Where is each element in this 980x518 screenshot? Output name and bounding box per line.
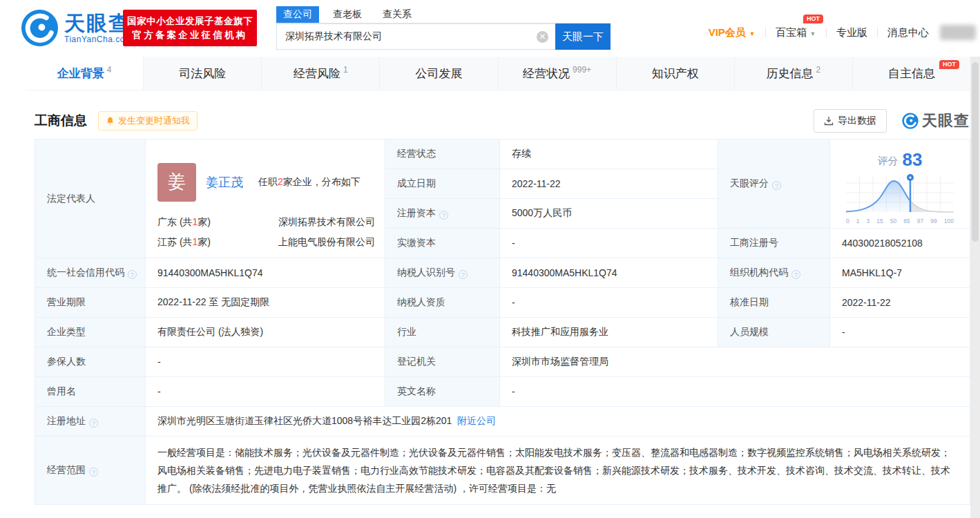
tab-history-info[interactable]: 历史信息2 <box>734 57 852 90</box>
field-value-taxpayer-id: 91440300MA5HKL1Q74 <box>500 258 718 288</box>
page-header: 天眼查 TianYanCha.com 国家中小企业发展子基金旗下 官方备案企业征… <box>0 0 980 57</box>
search-button[interactable]: 天眼一下 <box>555 23 611 50</box>
score-axis-labels: 0131550859799100 <box>846 218 954 224</box>
tab-operation-risk[interactable]: 经营风险1 <box>261 57 379 90</box>
brand-name: 天眼查 <box>64 12 132 35</box>
tab-company-development[interactable]: 公司发展 <box>379 57 497 90</box>
field-label-staff-size: 人员规模 <box>718 318 830 347</box>
search-tab-boss[interactable]: 查老板 <box>326 6 369 23</box>
search-tabs: 查公司 查老板 查关系 <box>276 6 611 23</box>
hot-badge: HOT <box>803 15 823 23</box>
field-value-established: 2022-11-22 <box>500 169 718 199</box>
field-value-reg-number: 440300218052108 <box>830 229 970 258</box>
download-icon <box>824 116 834 126</box>
divider <box>765 28 766 37</box>
tianyancha-watermark-icon <box>902 113 919 129</box>
search-tab-company[interactable]: 查公司 <box>276 6 319 23</box>
legal-rep-name-link[interactable]: 姜正茂 <box>206 174 243 191</box>
list-item: 江苏 (共1家) 上能电气股份有限公司 <box>157 233 375 253</box>
field-value-insured: - <box>146 347 385 377</box>
nav-pro[interactable]: 专业版 <box>836 26 867 39</box>
help-icon[interactable]: ? <box>89 468 98 477</box>
field-label-address: 注册地址? <box>35 407 146 437</box>
field-value-scope: 一般经营项目是：储能技术服务；光伏设备及元器件制造；光伏设备及元器件销售；太阳能… <box>146 437 970 505</box>
nav-vip[interactable]: VIP会员 ▼ <box>709 26 756 39</box>
field-label-company-type: 企业类型 <box>35 318 146 347</box>
tianyancha-logo[interactable]: 天眼查 TianYanCha.com <box>21 9 132 47</box>
page-scrollbar[interactable] <box>970 57 980 518</box>
field-label-taxpayer-id: 纳税人识别号? <box>385 258 500 288</box>
field-label-legal-rep: 法定代表人 <box>35 140 146 258</box>
field-label-registry: 登记机关 <box>385 347 500 377</box>
user-avatar-blurred[interactable] <box>940 25 976 40</box>
field-value-english-name: - <box>500 377 970 407</box>
field-label-paid-capital: 实缴资本 <box>385 229 500 258</box>
avatar[interactable]: 姜 <box>157 163 196 202</box>
field-value-org-code: MA5HKL1Q-7 <box>830 258 970 288</box>
legal-rep-note: 任职2家企业，分布如下 <box>258 176 361 189</box>
field-value-address: 深圳市光明区玉塘街道玉律社区光侨大道1008号裕丰达工业园2栋201 附近公司 <box>146 407 970 437</box>
field-value-company-type: 有限责任公司 (法人独资) <box>146 318 385 347</box>
field-label-approval-date: 核准日期 <box>718 288 830 318</box>
tab-judicial-risk[interactable]: 司法风险 <box>143 57 261 90</box>
notify-on-change-button[interactable]: 发生变更时通知我 <box>98 111 198 131</box>
help-icon[interactable]: ? <box>459 270 468 279</box>
field-label-former-name: 曾用名 <box>35 377 146 407</box>
field-label-insured: 参保人数 <box>35 347 146 377</box>
search-tab-relation[interactable]: 查关系 <box>376 6 419 23</box>
export-data-button[interactable]: 导出数据 <box>814 109 887 133</box>
tab-company-background[interactable]: 企业背景4 <box>26 57 143 90</box>
field-value-former-name: - <box>146 377 385 407</box>
field-label-score: 天眼评分? <box>718 140 830 229</box>
list-item: 广东 (共1家) 深圳拓界技术有限公司 <box>157 213 375 233</box>
field-label-org-code: 组织机构代码? <box>718 258 830 288</box>
gov-certification-badge: 国家中小企业发展子基金旗下 官方备案企业征信机构 <box>123 10 257 46</box>
company-tab-bar: 企业背景4 司法风险 经营风险1 公司发展 经营状况999+ 知识产权 历史信息… <box>26 57 970 90</box>
divider <box>877 28 878 37</box>
tab-operation-status[interactable]: 经营状况999+ <box>498 57 616 90</box>
tianyancha-watermark: 天眼查 <box>902 111 970 131</box>
field-label-industry: 行业 <box>385 318 500 347</box>
field-value-reg-capital: 5000万人民币 <box>500 199 718 229</box>
nav-toolbox[interactable]: 百宝箱 ▼ HOT <box>776 26 816 39</box>
field-value-registry: 深圳市市场监督管理局 <box>500 347 970 377</box>
field-value-paid-capital: - <box>500 229 718 258</box>
field-value-approval-date: 2022-11-22 <box>830 288 970 318</box>
field-value-taxpayer-quality: - <box>500 288 718 318</box>
field-value-industry: 科技推广和应用服务业 <box>500 318 718 347</box>
score-distribution-chart <box>846 172 954 216</box>
field-label-credit-code: 统一社会信用代码? <box>35 258 146 288</box>
tab-self-info[interactable]: 自主信息HOT <box>852 57 970 90</box>
top-nav: VIP会员 ▼ 百宝箱 ▼ HOT 专业版 消息中心 <box>709 25 976 40</box>
help-icon[interactable]: ? <box>772 181 781 190</box>
region-count: 广东 (共1家) <box>157 216 211 229</box>
hot-badge: HOT <box>939 60 959 69</box>
field-label-taxpayer-quality: 纳税人资质 <box>385 288 500 318</box>
help-icon[interactable]: ? <box>128 270 137 279</box>
help-icon[interactable]: ? <box>89 419 98 428</box>
nearby-companies-link[interactable]: 附近公司 <box>457 415 496 426</box>
score-title: 评分 <box>878 155 899 166</box>
field-label-scope: 经营范围? <box>35 437 146 505</box>
brand-domain: TianYanCha.com <box>64 35 132 44</box>
scrollbar-thumb[interactable] <box>972 62 979 242</box>
nav-messages[interactable]: 消息中心 <box>887 26 929 39</box>
business-info-table: 法定代表人 姜 姜正茂 任职2家企业，分布如下 广东 (共1家) 深圳拓界技术有… <box>35 139 970 505</box>
company-link[interactable]: 上能电气股份有限公司 <box>278 236 375 249</box>
search-area: 查公司 查老板 查关系 ✕ 天眼一下 <box>276 6 611 50</box>
clear-icon[interactable]: ✕ <box>537 31 548 43</box>
field-value-status: 存续 <box>500 140 718 169</box>
help-icon[interactable]: ? <box>791 270 800 279</box>
company-link[interactable]: 深圳拓界技术有限公司 <box>278 216 375 229</box>
divider <box>826 28 827 37</box>
search-input[interactable] <box>277 31 526 42</box>
tab-intellectual-property[interactable]: 知识产权 <box>616 57 734 90</box>
badge-line2: 官方备案企业征信机构 <box>133 28 248 42</box>
field-value-staff-size: - <box>830 318 970 347</box>
help-icon[interactable]: ? <box>439 211 448 220</box>
chevron-down-icon: ▼ <box>749 30 756 37</box>
field-label-reg-capital: 注册资本? <box>385 199 500 229</box>
search-input-wrap: ✕ <box>276 23 555 50</box>
section-header: 工商信息 发生变更时通知我 导出数据 天眼查 <box>35 109 970 133</box>
score-value: 83 <box>903 149 923 170</box>
